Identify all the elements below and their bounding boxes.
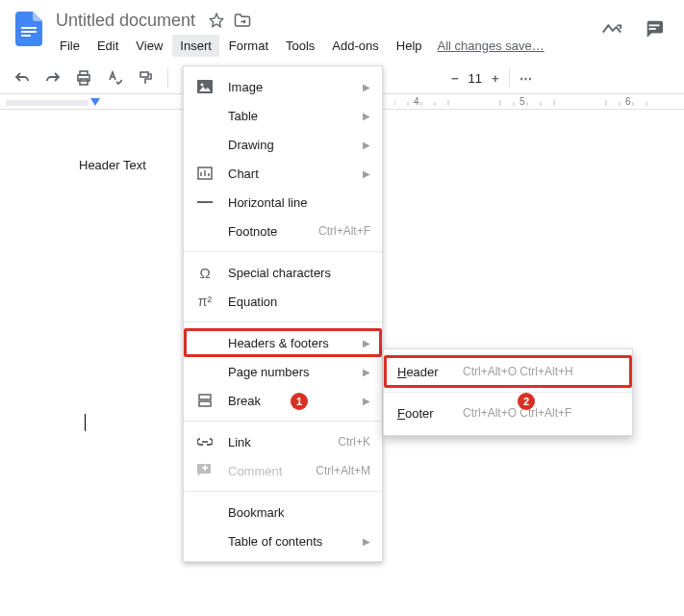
label: Bookmark: [228, 505, 370, 520]
label: Horizontal line: [228, 195, 370, 210]
svg-rect-7: [80, 79, 88, 85]
chevron-right-icon: ▶: [363, 82, 370, 92]
redo-icon[interactable]: [44, 71, 62, 85]
link-icon: [195, 437, 215, 447]
label: Headers & footers: [228, 336, 349, 350]
font-size-value[interactable]: 11: [469, 71, 482, 86]
annotation-badge-2: 2: [518, 393, 535, 410]
menu-item-toc[interactable]: Table of contents ▶: [184, 526, 382, 555]
separator: [384, 392, 632, 393]
label: Page numbers: [228, 365, 349, 379]
text-cursor: [85, 414, 86, 431]
hline-icon: [195, 200, 215, 204]
shortcut: Ctrl+Alt+O Ctrl+Alt+H: [463, 365, 573, 378]
shortcut: Ctrl+Alt+M: [316, 464, 370, 477]
label: Table: [228, 109, 349, 123]
more-tools-icon[interactable]: ⋯: [519, 71, 534, 86]
header-text[interactable]: Header Text: [79, 158, 146, 172]
chevron-right-icon: ▶: [363, 140, 370, 150]
shortcut: Ctrl+Alt+O Ctrl+Alt+F: [463, 406, 571, 420]
paint-format-icon[interactable]: [137, 70, 154, 86]
menu-item-equation[interactable]: π² Equation: [184, 287, 382, 316]
svg-rect-1: [21, 31, 37, 33]
activity-icon[interactable]: [601, 20, 622, 38]
menu-tools[interactable]: Tools: [278, 35, 322, 57]
svg-rect-30: [197, 464, 211, 474]
comment-add-icon: [195, 464, 215, 477]
move-folder-icon[interactable]: [234, 13, 251, 28]
chevron-right-icon: ▶: [363, 168, 370, 179]
svg-rect-29: [199, 401, 211, 406]
submenu-item-header[interactable]: Header Ctrl+Alt+O Ctrl+Alt+H: [384, 355, 632, 388]
label: Table of contents: [228, 534, 349, 549]
font-size-decrease[interactable]: −: [451, 71, 459, 86]
menu-item-headers-footers[interactable]: Headers & footers ▶: [184, 328, 382, 357]
menu-item-horizontal-line[interactable]: Horizontal line: [184, 188, 382, 217]
chart-icon: [195, 167, 215, 180]
image-icon: [195, 80, 215, 93]
menu-view[interactable]: View: [128, 35, 170, 57]
menu-addons[interactable]: Add-ons: [324, 35, 386, 57]
menu-item-table[interactable]: Table ▶: [184, 101, 382, 130]
save-status[interactable]: All changes save…: [438, 38, 545, 53]
label: Equation: [228, 295, 370, 309]
menu-item-link[interactable]: Link Ctrl+K: [184, 427, 382, 456]
menu-item-special-chars[interactable]: Ω Special characters: [184, 258, 382, 287]
docs-logo[interactable]: [12, 8, 46, 50]
menu-help[interactable]: Help: [389, 35, 430, 57]
separator: [184, 321, 382, 322]
svg-rect-4: [649, 28, 656, 30]
separator: [184, 251, 382, 252]
menu-item-chart[interactable]: Chart ▶: [184, 159, 382, 188]
menu-item-page-numbers[interactable]: Page numbers ▶: [184, 357, 382, 386]
label: Footnote: [228, 224, 305, 239]
headers-footers-submenu: Header Ctrl+Alt+O Ctrl+Alt+H Footer Ctrl…: [383, 348, 633, 436]
menu-item-image[interactable]: Image ▶: [184, 72, 382, 101]
label: Footer: [397, 406, 451, 421]
label: Chart: [228, 167, 349, 181]
submenu-item-footer[interactable]: Footer Ctrl+Alt+O Ctrl+Alt+F: [384, 397, 632, 429]
menu-bar: File Edit View Insert Format Tools Add-o…: [52, 33, 601, 63]
omega-icon: Ω: [195, 265, 215, 281]
menu-item-drawing[interactable]: Drawing ▶: [184, 130, 382, 159]
chevron-right-icon: ▶: [363, 111, 370, 121]
pi-icon: π²: [195, 294, 215, 309]
undo-icon[interactable]: [13, 71, 31, 85]
chevron-right-icon: ▶: [363, 536, 370, 547]
label: Link: [228, 435, 324, 449]
label: Header: [397, 365, 451, 379]
menu-item-break[interactable]: Break ▶: [184, 386, 382, 415]
menu-item-comment: Comment Ctrl+Alt+M: [184, 456, 382, 485]
label: Drawing: [228, 138, 349, 152]
spellcheck-icon[interactable]: [106, 70, 123, 86]
menu-edit[interactable]: Edit: [89, 35, 126, 57]
svg-rect-8: [140, 72, 148, 77]
doc-title[interactable]: Untitled document: [52, 9, 199, 33]
svg-rect-28: [199, 395, 211, 399]
chevron-right-icon: ▶: [363, 367, 370, 377]
comments-icon[interactable]: [644, 19, 665, 38]
star-icon[interactable]: [209, 13, 224, 28]
svg-rect-2: [21, 35, 31, 37]
menu-item-bookmark[interactable]: Bookmark: [184, 498, 382, 526]
shortcut: Ctrl+K: [338, 435, 370, 449]
label: Break: [228, 394, 349, 408]
separator: [167, 68, 168, 88]
svg-point-25: [201, 84, 204, 87]
menu-item-footnote[interactable]: Footnote Ctrl+Alt+F: [184, 217, 382, 245]
menu-insert[interactable]: Insert: [172, 35, 219, 57]
menu-format[interactable]: Format: [221, 35, 276, 57]
svg-rect-3: [649, 24, 660, 26]
separator: [184, 421, 382, 422]
label: Comment: [228, 464, 302, 478]
indent-marker-icon[interactable]: [89, 97, 101, 109]
break-icon: [195, 394, 215, 407]
shortcut: Ctrl+Alt+F: [318, 224, 370, 238]
chevron-right-icon: ▶: [363, 338, 370, 348]
separator: [184, 491, 382, 492]
label: Special characters: [228, 266, 370, 280]
font-size-increase[interactable]: +: [492, 71, 499, 86]
separator: [509, 68, 510, 88]
menu-file[interactable]: File: [52, 35, 88, 57]
print-icon[interactable]: [75, 70, 92, 86]
